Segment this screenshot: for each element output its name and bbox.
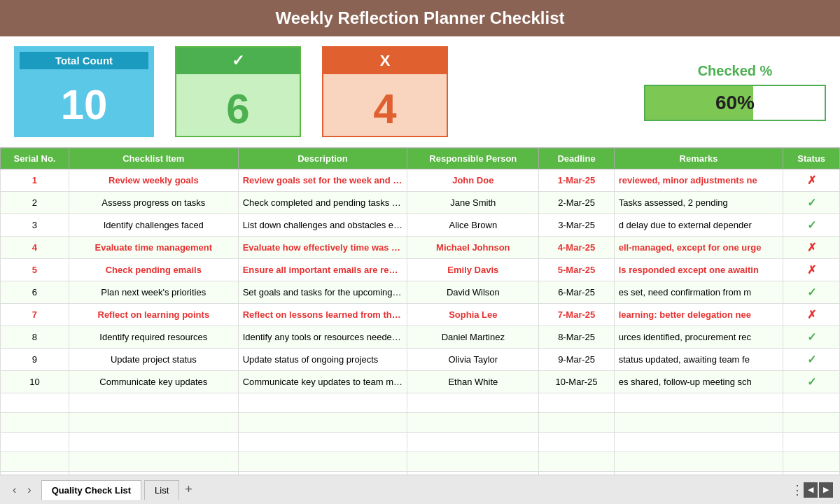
cell-item: Review weekly goals xyxy=(69,169,238,192)
cell-empty xyxy=(614,433,783,452)
app-header: Weekly Reflection Planner Checklist xyxy=(0,0,840,36)
cell-person: John Doe xyxy=(407,169,539,192)
cell-status: ✓ xyxy=(783,192,840,214)
cell-desc: Identify any tools or resources needed f… xyxy=(238,326,407,349)
table-row: 4 Evaluate time management Evaluate how … xyxy=(1,237,840,259)
cell-deadline: 5-Mar-25 xyxy=(539,259,614,281)
check-icon-bar: ✓ xyxy=(176,48,300,74)
status-icon: ✓ xyxy=(807,331,816,343)
cell-empty xyxy=(69,433,238,452)
cell-remarks: urces identified, procurement rec xyxy=(614,326,783,349)
tab-list[interactable]: List xyxy=(144,480,179,500)
cell-empty xyxy=(407,433,539,452)
cell-desc: Check completed and pending tasks from t… xyxy=(238,192,407,214)
status-icon: ✓ xyxy=(807,197,816,209)
cell-remarks: Tasks assessed, 2 pending xyxy=(614,192,783,214)
cell-empty xyxy=(69,452,238,472)
cell-empty xyxy=(1,433,69,452)
table-row-empty xyxy=(1,433,840,452)
cell-item: Check pending emails xyxy=(69,259,238,281)
status-icon: ✗ xyxy=(807,241,816,253)
cell-serial: 1 xyxy=(1,169,69,192)
cell-remarks: ell-managed, except for one urge xyxy=(614,237,783,259)
cell-empty xyxy=(407,413,539,433)
cell-person: Olivia Taylor xyxy=(407,349,539,371)
cell-status: ✗ xyxy=(783,237,840,259)
table-row: 8 Identify required resources Identify a… xyxy=(1,326,840,349)
cell-serial: 4 xyxy=(1,237,69,259)
sheet-prev-button[interactable]: ◀ xyxy=(804,482,818,498)
cell-desc: Update status of ongoing projects xyxy=(238,349,407,371)
cell-empty xyxy=(614,393,783,413)
cell-empty xyxy=(1,413,69,433)
cell-person: Jane Smith xyxy=(407,192,539,214)
cell-person: David Wilson xyxy=(407,281,539,304)
card-total: Total Count 10 xyxy=(14,46,154,137)
cell-desc: Review goals set for the week and assess… xyxy=(238,169,407,192)
sheet-next-button[interactable]: ▶ xyxy=(819,482,833,498)
status-icon: ✓ xyxy=(807,376,816,388)
bottom-bar: ‹ › Quality Check List List + ⋮ ◀ ▶ xyxy=(0,475,840,504)
cell-person: Emily Davis xyxy=(407,259,539,281)
cell-item: Reflect on learning points xyxy=(69,304,238,326)
cell-serial: 7 xyxy=(1,304,69,326)
cell-person: Michael Johnson xyxy=(407,237,539,259)
total-value: 10 xyxy=(61,84,108,132)
cell-status: ✓ xyxy=(783,349,840,371)
cell-deadline: 3-Mar-25 xyxy=(539,214,614,237)
cell-remarks: status updated, awaiting team fe xyxy=(614,349,783,371)
card-x: X 4 xyxy=(322,46,448,137)
cell-deadline: 6-Mar-25 xyxy=(539,281,614,304)
x-icon-bar: X xyxy=(323,48,447,74)
table-row: 5 Check pending emails Ensure all import… xyxy=(1,259,840,281)
cell-empty xyxy=(539,393,614,413)
cell-status: ✓ xyxy=(783,326,840,349)
status-icon: ✓ xyxy=(807,219,816,231)
add-sheet-button[interactable]: + xyxy=(179,479,198,500)
cell-serial: 2 xyxy=(1,192,69,214)
tab-quality-check-list[interactable]: Quality Check List xyxy=(41,480,141,500)
cell-empty xyxy=(1,393,69,413)
cell-deadline: 8-Mar-25 xyxy=(539,326,614,349)
cell-empty xyxy=(407,452,539,472)
cell-item: Assess progress on tasks xyxy=(69,192,238,214)
cell-deadline: 4-Mar-25 xyxy=(539,237,614,259)
col-header-deadline: Deadline xyxy=(539,148,614,169)
card-checked: ✓ 6 xyxy=(175,46,301,137)
cell-serial: 10 xyxy=(1,371,69,393)
cell-person: Daniel Martinez xyxy=(407,326,539,349)
cell-empty xyxy=(69,393,238,413)
nav-prev-button[interactable]: ‹ xyxy=(7,481,22,499)
checked-value: 6 xyxy=(226,88,249,136)
col-header-remarks: Remarks xyxy=(614,148,783,169)
cell-item: Identify challenges faced xyxy=(69,214,238,237)
cell-remarks: es set, need confirmation from m xyxy=(614,281,783,304)
cell-person: Sophia Lee xyxy=(407,304,539,326)
cell-deadline: 7-Mar-25 xyxy=(539,304,614,326)
cell-empty xyxy=(1,452,69,472)
cell-empty xyxy=(69,413,238,433)
cell-empty xyxy=(783,393,840,413)
cell-status: ✗ xyxy=(783,304,840,326)
cell-serial: 8 xyxy=(1,326,69,349)
status-icon: ✓ xyxy=(807,286,816,298)
x-value: 4 xyxy=(373,88,396,136)
cell-remarks: d delay due to external depender xyxy=(614,214,783,237)
cell-status: ✗ xyxy=(783,169,840,192)
table-row-empty xyxy=(1,393,840,413)
cell-remarks: es shared, follow-up meeting sch xyxy=(614,371,783,393)
table-wrapper: Serial No. Checklist Item Description Re… xyxy=(0,147,840,475)
status-icon: ✗ xyxy=(807,309,816,321)
cell-item: Update project status xyxy=(69,349,238,371)
col-header-serial: Serial No. xyxy=(1,148,69,169)
percent-label: Checked % xyxy=(698,63,773,79)
summary-row: Total Count 10 ✓ 6 X 4 Checked % 60% xyxy=(0,36,840,147)
cell-empty xyxy=(238,452,407,472)
menu-button[interactable]: ⋮ xyxy=(791,482,804,498)
cell-desc: Reflect on lessons learned from the past… xyxy=(238,304,407,326)
status-icon: ✗ xyxy=(807,174,816,186)
cell-person: Ethan White xyxy=(407,371,539,393)
nav-next-button[interactable]: › xyxy=(22,481,36,499)
header-title: Weekly Reflection Planner Checklist xyxy=(275,8,564,27)
percent-bar: 60% xyxy=(644,85,826,121)
